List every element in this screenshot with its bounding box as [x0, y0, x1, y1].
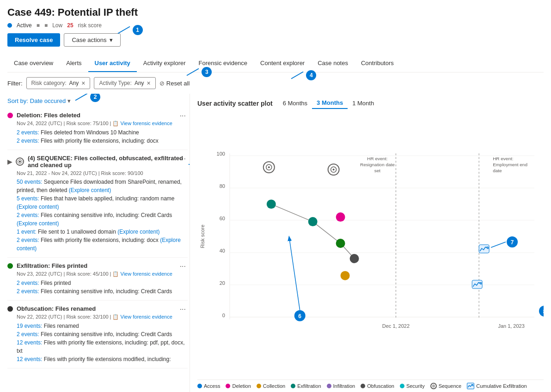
- time-btn-3months[interactable]: 3 Months: [312, 97, 348, 109]
- tab-user-activity[interactable]: User activity: [88, 55, 137, 72]
- item-menu-obfus[interactable]: ···: [180, 305, 186, 314]
- svg-text:Jan 1, 2023: Jan 1, 2023: [498, 323, 524, 329]
- legend-collection: Collection: [257, 383, 285, 389]
- scatter-dot-green[interactable]: [336, 239, 345, 248]
- cumulative-marker-1: [479, 245, 489, 253]
- svg-text:60: 60: [220, 216, 225, 221]
- activity-details-obfus: 19 events: Files renamed 2 events: Files…: [17, 322, 188, 363]
- svg-line-23: [313, 222, 341, 243]
- activity-item-deletion: Deletion: Files deleted Nov 24, 2022 (UT…: [7, 107, 188, 150]
- sequence-icon: [16, 157, 24, 166]
- time-btn-1month[interactable]: 1 Month: [348, 97, 379, 109]
- scatter-dot-exfil[interactable]: [308, 217, 318, 226]
- filter-chip-activity-close[interactable]: ×: [147, 79, 151, 87]
- forensic-link-obfus[interactable]: 📋 View forensic evidence: [112, 314, 172, 320]
- svg-text:HR event:: HR event:: [367, 156, 387, 161]
- detail-item: 2 events: Files containing sensitive inf…: [17, 330, 188, 338]
- activity-header: Deletion: Files deleted: [7, 112, 188, 119]
- case-actions-button[interactable]: Case actions ▾: [64, 33, 120, 47]
- filter-chip-risk[interactable]: Risk category: Any ×: [26, 77, 91, 89]
- tab-contributors[interactable]: Contributors: [355, 55, 400, 72]
- legend-icon-sequence: [430, 383, 437, 389]
- annotation-1: 1: [117, 25, 143, 35]
- activity-list: Deletion: Files deleted Nov 24, 2022 (UT…: [7, 107, 190, 392]
- activity-meta-sequence: Nov 21, 2022 - Nov 24, 2022 (UTC) | Risk…: [17, 170, 188, 176]
- legend-label-collection: Collection: [263, 383, 285, 389]
- legend-dot-security: [400, 384, 404, 388]
- legend-label-sequence: Sequence: [439, 383, 462, 389]
- svg-text:HR event:: HR event:: [493, 156, 513, 161]
- scatter-dot-obfus[interactable]: [350, 254, 359, 263]
- filter-chip-risk-close[interactable]: ×: [81, 79, 85, 87]
- legend-label-infiltration: Infiltration: [333, 383, 355, 389]
- legend-deletion: Deletion: [226, 383, 251, 389]
- legend-dot-deletion: [226, 384, 230, 388]
- chevron-down-icon: ▾: [110, 36, 113, 43]
- page-container: Case 449: Potential IP theft Active ■ ■ …: [0, 0, 551, 392]
- activity-dot-exfil: [7, 263, 13, 269]
- tab-content-explorer[interactable]: Content explorer: [254, 55, 311, 72]
- explore-link[interactable]: (Explore content): [17, 220, 59, 227]
- item-menu-sequence[interactable]: ···: [180, 155, 186, 163]
- explore-link[interactable]: (Explore content): [69, 187, 111, 193]
- detail-item: 2 events: Files containing sensitive inf…: [17, 211, 188, 228]
- case-title: Case 449: Potential IP theft: [7, 6, 544, 18]
- svg-text:40: 40: [220, 248, 225, 253]
- explore-link[interactable]: (Explore content): [17, 237, 181, 252]
- explore-link[interactable]: (Explore content): [117, 229, 159, 235]
- scatter-title: User activity scatter plot: [197, 100, 273, 107]
- svg-text:80: 80: [220, 183, 225, 189]
- scatter-dot-olive[interactable]: [341, 271, 350, 280]
- time-btn-6months[interactable]: 6 Months: [278, 97, 312, 109]
- seq-expand-icon[interactable]: ▶: [7, 158, 12, 165]
- svg-point-27: [268, 166, 270, 168]
- tab-alerts[interactable]: Alerts: [60, 55, 88, 72]
- legend-label-security: Security: [406, 383, 425, 389]
- detail-item: 2 events: Files deleted from Windows 10 …: [17, 128, 188, 137]
- case-meta: Active ■ ■ Low 25 risk score: [7, 22, 544, 29]
- explore-link[interactable]: (Explore content): [17, 204, 59, 210]
- action-buttons: Resolve case Case actions ▾ 1: [7, 33, 544, 47]
- detail-item: 50 events: Sequence Files downloaded fro…: [17, 178, 188, 194]
- legend-obfuscation: Obfuscation: [361, 383, 394, 389]
- activity-item-sequence: ▶ (4) SEQUENCE: Files collected, obfusca…: [7, 150, 188, 258]
- svg-text:7: 7: [511, 239, 514, 246]
- cumulative-marker-2: [472, 280, 482, 289]
- main-content: Sort by: Date occured ▾ 2: [7, 94, 544, 392]
- legend-infiltration: Infiltration: [327, 383, 355, 389]
- activity-title: Deletion: Files deleted: [17, 112, 80, 119]
- scatter-dot-deletion[interactable]: [336, 212, 345, 222]
- activity-details-deletion: 2 events: Files deleted from Windows 10 …: [17, 128, 188, 145]
- forensic-link-exfil[interactable]: 📋 View forensic evidence: [112, 271, 172, 277]
- legend-dot-access: [197, 384, 202, 388]
- activity-item-exfiltration: Exfiltration: Files printed Nov 23, 2022…: [7, 258, 188, 301]
- tab-case-notes[interactable]: Case notes: [311, 55, 355, 72]
- legend-exfiltration: Exfiltration: [291, 383, 321, 389]
- annotation-3: 3: [186, 67, 212, 77]
- sort-chevron: ▾: [67, 97, 71, 104]
- legend-label-deletion: Deletion: [232, 383, 251, 389]
- filter-chip-activity[interactable]: Activity Type: Any ×: [94, 77, 155, 89]
- svg-point-30: [333, 169, 335, 170]
- forensic-evidence-link[interactable]: 📋 View forensic evidence: [112, 121, 172, 126]
- detail-item: 2 events: Files printed: [17, 279, 188, 287]
- svg-text:20: 20: [220, 280, 225, 286]
- legend-cumulative: Cumulative Exfiltration: [467, 383, 527, 389]
- resolve-case-button[interactable]: Resolve case: [7, 33, 60, 47]
- tab-activity-explorer[interactable]: Activity explorer: [137, 55, 192, 72]
- item-menu-deletion[interactable]: ···: [180, 112, 186, 120]
- sort-bar[interactable]: Sort by: Date occured ▾ 2: [7, 94, 190, 107]
- sequence-title: (4) SEQUENCE: Files collected, obfuscate…: [28, 155, 188, 169]
- annotation-5: 5: [189, 159, 190, 169]
- detail-item: 2 events: Files containing sensitive inf…: [17, 287, 188, 296]
- risk-score-label: risk score: [78, 22, 102, 29]
- tab-case-overview[interactable]: Case overview: [7, 55, 60, 72]
- filter-icon: ⊘: [159, 80, 165, 87]
- item-menu-exfil[interactable]: ···: [180, 262, 186, 271]
- reset-all-button[interactable]: ⊘ Reset all 3: [159, 80, 190, 87]
- detail-item: 12 events: Files with priority file exte…: [17, 355, 188, 363]
- legend-dot-obfuscation: [361, 384, 365, 388]
- scatter-dot-collection[interactable]: [267, 199, 276, 209]
- legend-label-exfiltration: Exfiltration: [297, 383, 321, 389]
- legend-security: Security: [400, 383, 425, 389]
